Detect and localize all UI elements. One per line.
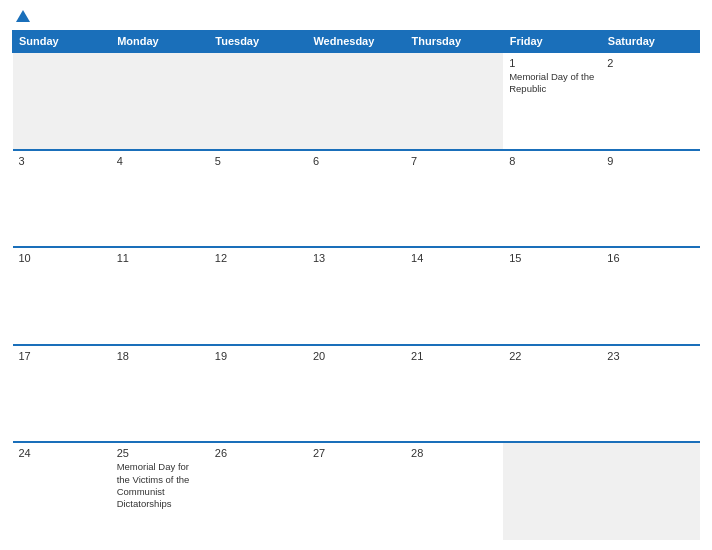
calendar-day-cell: 5 — [209, 150, 307, 248]
calendar-day-cell: 15 — [503, 247, 601, 345]
calendar-week-row: 17181920212223 — [13, 345, 700, 443]
header-saturday: Saturday — [601, 31, 699, 53]
calendar-week-row: 3456789 — [13, 150, 700, 248]
calendar-day-cell — [111, 52, 209, 150]
calendar-day-cell — [209, 52, 307, 150]
calendar-day-cell: 27 — [307, 442, 405, 540]
day-number: 17 — [19, 350, 105, 362]
day-number: 7 — [411, 155, 497, 167]
calendar-day-cell: 17 — [13, 345, 111, 443]
day-number: 25 — [117, 447, 203, 459]
day-number: 23 — [607, 350, 693, 362]
calendar-day-cell: 12 — [209, 247, 307, 345]
calendar-day-cell: 1Memorial Day of the Republic — [503, 52, 601, 150]
day-number: 3 — [19, 155, 105, 167]
day-number: 9 — [607, 155, 693, 167]
day-number: 21 — [411, 350, 497, 362]
logo-triangle-icon — [16, 10, 30, 22]
calendar-day-cell — [307, 52, 405, 150]
calendar-day-cell — [405, 52, 503, 150]
header-tuesday: Tuesday — [209, 31, 307, 53]
header-thursday: Thursday — [405, 31, 503, 53]
calendar-day-cell: 3 — [13, 150, 111, 248]
day-number: 22 — [509, 350, 595, 362]
day-number: 20 — [313, 350, 399, 362]
day-number: 19 — [215, 350, 301, 362]
calendar-week-row: 2425Memorial Day for the Victims of the … — [13, 442, 700, 540]
header-friday: Friday — [503, 31, 601, 53]
calendar-day-cell: 6 — [307, 150, 405, 248]
day-number: 2 — [607, 57, 693, 69]
calendar-day-cell: 7 — [405, 150, 503, 248]
holiday-label: Memorial Day for the Victims of the Comm… — [117, 461, 203, 510]
day-number: 10 — [19, 252, 105, 264]
calendar-day-cell — [503, 442, 601, 540]
day-number: 28 — [411, 447, 497, 459]
day-number: 6 — [313, 155, 399, 167]
calendar-day-cell — [601, 442, 699, 540]
calendar-week-row: 1Memorial Day of the Republic2 — [13, 52, 700, 150]
header-wednesday: Wednesday — [307, 31, 405, 53]
day-number: 13 — [313, 252, 399, 264]
calendar-day-cell: 24 — [13, 442, 111, 540]
day-number: 15 — [509, 252, 595, 264]
calendar-day-cell: 13 — [307, 247, 405, 345]
calendar-day-cell: 8 — [503, 150, 601, 248]
calendar-container: Sunday Monday Tuesday Wednesday Thursday… — [0, 0, 712, 550]
calendar-day-cell: 18 — [111, 345, 209, 443]
calendar-day-cell: 9 — [601, 150, 699, 248]
weekday-header-row: Sunday Monday Tuesday Wednesday Thursday… — [13, 31, 700, 53]
calendar-day-cell: 22 — [503, 345, 601, 443]
calendar-day-cell: 10 — [13, 247, 111, 345]
calendar-day-cell: 2 — [601, 52, 699, 150]
day-number: 8 — [509, 155, 595, 167]
calendar-day-cell: 16 — [601, 247, 699, 345]
calendar-day-cell: 21 — [405, 345, 503, 443]
calendar-day-cell: 19 — [209, 345, 307, 443]
header-sunday: Sunday — [13, 31, 111, 53]
calendar-day-cell: 26 — [209, 442, 307, 540]
calendar-day-cell: 20 — [307, 345, 405, 443]
calendar-day-cell: 14 — [405, 247, 503, 345]
holiday-label: Memorial Day of the Republic — [509, 71, 595, 96]
calendar-day-cell — [13, 52, 111, 150]
header-monday: Monday — [111, 31, 209, 53]
day-number: 18 — [117, 350, 203, 362]
calendar-day-cell: 4 — [111, 150, 209, 248]
day-number: 26 — [215, 447, 301, 459]
calendar-day-cell: 23 — [601, 345, 699, 443]
calendar-week-row: 10111213141516 — [13, 247, 700, 345]
day-number: 12 — [215, 252, 301, 264]
calendar-day-cell: 25Memorial Day for the Victims of the Co… — [111, 442, 209, 540]
logo — [14, 10, 30, 22]
calendar-day-cell: 28 — [405, 442, 503, 540]
day-number: 16 — [607, 252, 693, 264]
day-number: 11 — [117, 252, 203, 264]
day-number: 1 — [509, 57, 595, 69]
day-number: 5 — [215, 155, 301, 167]
calendar-header — [12, 10, 700, 22]
day-number: 14 — [411, 252, 497, 264]
day-number: 27 — [313, 447, 399, 459]
calendar-table: Sunday Monday Tuesday Wednesday Thursday… — [12, 30, 700, 540]
calendar-day-cell: 11 — [111, 247, 209, 345]
day-number: 24 — [19, 447, 105, 459]
day-number: 4 — [117, 155, 203, 167]
